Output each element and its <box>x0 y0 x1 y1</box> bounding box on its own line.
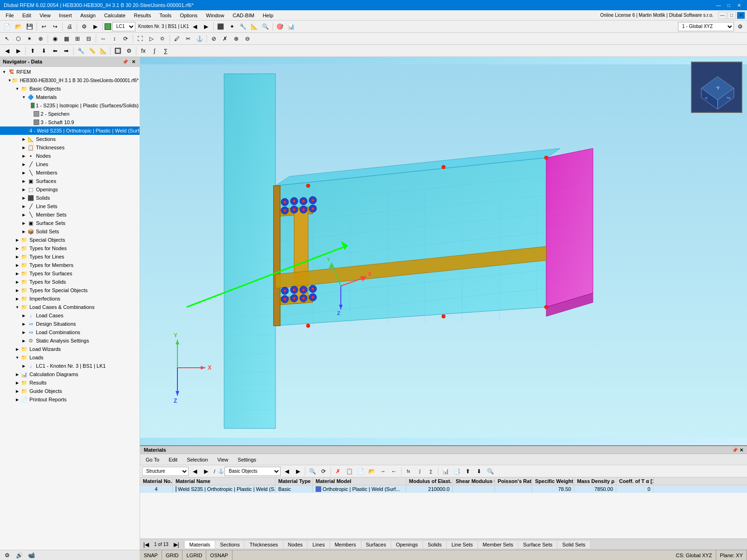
tree-thicknesses[interactable]: ▶ 📋 Thicknesses <box>0 143 140 152</box>
panel-import[interactable]: ⬆ <box>463 466 473 476</box>
status-lgrid[interactable]: LGRID <box>183 550 206 560</box>
open-btn[interactable]: 📂 <box>13 21 23 32</box>
redo-btn[interactable]: ↪ <box>50 21 60 32</box>
nav-close-btn[interactable]: ✕ <box>130 58 137 65</box>
tree-membersets[interactable]: ▶ ╲ Member Sets <box>0 210 140 219</box>
tree-material-2[interactable]: 2 - Speichen <box>0 110 140 118</box>
tb2-btn-12[interactable]: ⛶ <box>135 34 145 44</box>
panel-integral[interactable]: ∫ <box>415 466 425 476</box>
tree-linesets[interactable]: ▶ ╱ Line Sets <box>0 202 140 210</box>
tree-solids[interactable]: ▶ ⬛ Solids <box>0 194 140 202</box>
tb2-btn-13[interactable]: ▷ <box>146 34 156 44</box>
menu-calculate[interactable]: Calculate <box>100 11 129 20</box>
panel-nav-next[interactable]: ▶ <box>201 466 211 476</box>
tb2-btn-17[interactable]: ⚓ <box>194 34 204 44</box>
tree-materials[interactable]: ▼ 🔷 Materials <box>0 93 140 101</box>
tab-sections[interactable]: Sections <box>215 541 245 548</box>
tab-lines[interactable]: Lines <box>308 541 330 548</box>
status-snap[interactable]: SNAP <box>140 550 162 560</box>
panel-search[interactable]: 🔍 <box>307 466 317 476</box>
tree-loadcases-comb[interactable]: ▼ 📁 Load Cases & Combinations <box>0 303 140 311</box>
tb3-btn-2[interactable]: ▶ <box>13 46 23 56</box>
nav-pin-btn[interactable]: 📌 <box>122 58 128 65</box>
tree-types-special[interactable]: ▶ 📁 Types for Special Objects <box>0 286 140 294</box>
tb3-btn-14[interactable]: ∑ <box>161 46 171 56</box>
panel-breadcrumb2[interactable]: Basic Objects <box>225 467 281 476</box>
view-options-btn[interactable]: ⚙ <box>735 21 745 32</box>
nav-next[interactable]: ▶ <box>201 21 211 32</box>
tab-thicknesses[interactable]: Thicknesses <box>245 541 283 548</box>
tree-members[interactable]: ▶ ╲ Members <box>0 168 140 177</box>
tree-nodes[interactable]: ▶ • Nodes <box>0 152 140 160</box>
tb2-btn-21[interactable]: ⊖ <box>242 34 253 44</box>
tree-types-members[interactable]: ▶ 📁 Types for Members <box>0 261 140 269</box>
panel-paste[interactable]: 📂 <box>366 466 377 476</box>
tree-calc-diagrams[interactable]: ▶ 📊 Calculation Diagrams <box>0 370 140 378</box>
tabs-first-btn[interactable]: |◀ <box>141 539 151 550</box>
tree-sections[interactable]: ▶ 📐 Sections <box>0 135 140 143</box>
calc-btn[interactable]: ⚙ <box>79 21 89 32</box>
panel-arrow-r[interactable]: → <box>378 466 388 476</box>
tree-solidsets[interactable]: ▶ 📦 Solid Sets <box>0 227 140 236</box>
tabs-last-btn[interactable]: ▶| <box>171 539 182 550</box>
view-select[interactable]: 1 - Global XYZ <box>678 22 734 31</box>
tb-btn-6[interactable]: 🎯 <box>275 21 285 32</box>
tb2-btn-10[interactable]: ↕ <box>109 34 120 44</box>
menu-cadbim[interactable]: CAD-BIM <box>229 11 258 20</box>
viewport-3d[interactable]: X Y Z X Y Z <box>140 57 747 445</box>
main-maximize-btn[interactable]: □ <box>727 12 736 19</box>
tree-material-1[interactable]: 1 - S235 | Isotropic | Plastic (Surfaces… <box>0 101 140 110</box>
status-grid[interactable]: GRID <box>162 550 183 560</box>
panel-copy2[interactable]: 📄 <box>355 466 366 476</box>
tb3-btn-6[interactable]: ➡ <box>61 46 71 56</box>
tree-loads[interactable]: ▼ 📁 Loads <box>0 353 140 362</box>
menu-edit[interactable]: Edit <box>19 11 35 20</box>
tb-btn-1[interactable]: ⬛ <box>216 21 226 32</box>
tb2-btn-3[interactable]: ✶ <box>24 34 35 44</box>
table-row[interactable]: 4 Weld S235 | Orthotropic | Plastic | We… <box>140 485 747 493</box>
bottom-panel-close[interactable]: ✕ <box>740 448 743 453</box>
panel-copy[interactable]: 📋 <box>344 466 354 476</box>
tab-linesets[interactable]: Line Sets <box>447 541 478 548</box>
menu-help[interactable]: Help <box>259 11 277 20</box>
tree-types-solids[interactable]: ▶ 📁 Types for Solids <box>0 278 140 286</box>
tree-surfacesets[interactable]: ▶ ▣ Surface Sets <box>0 219 140 227</box>
tb2-btn-20[interactable]: ⊕ <box>231 34 241 44</box>
tree-types-nodes[interactable]: ▶ 📁 Types for Nodes <box>0 244 140 252</box>
menu-results[interactable]: Results <box>130 11 155 20</box>
menu-goto[interactable]: Go To <box>142 456 163 463</box>
tb2-btn-11[interactable]: ⟳ <box>120 34 131 44</box>
panel-breadcrumb1[interactable]: Structure <box>142 467 189 476</box>
tb2-btn-1[interactable]: ↖ <box>2 34 12 44</box>
tb2-btn-15[interactable]: 🖊 <box>172 34 182 44</box>
tree-guide-objects[interactable]: ▶ 📁 Guide Objects <box>0 387 140 395</box>
menu-view-panel[interactable]: View <box>213 456 232 463</box>
tab-solids[interactable]: Solids <box>423 541 447 548</box>
tb2-btn-8[interactable]: ⊟ <box>84 34 94 44</box>
tree-rfem-root[interactable]: ▼ 🏗 RFEM <box>0 68 140 76</box>
tb-btn-2[interactable]: ✦ <box>227 21 237 32</box>
menu-view[interactable]: View <box>36 11 55 20</box>
tb-btn-4[interactable]: 📐 <box>249 21 260 32</box>
maximize-btn[interactable]: □ <box>725 1 733 9</box>
nav-bottom-1[interactable]: ⚙ <box>2 550 12 560</box>
nav-bottom-3[interactable]: 📹 <box>26 550 36 560</box>
tb3-btn-1[interactable]: ◀ <box>2 46 12 56</box>
tab-solidsets[interactable]: Solid Sets <box>557 541 591 548</box>
panel-arrow-l[interactable]: ← <box>389 466 399 476</box>
tree-types-lines[interactable]: ▶ 📁 Types for Lines <box>0 252 140 261</box>
tb2-btn-7[interactable]: ⊞ <box>72 34 83 44</box>
cube-widget[interactable]: -y -x +x <box>691 62 742 113</box>
tb-btn-7[interactable]: 📊 <box>286 21 296 32</box>
tab-materials[interactable]: Materials <box>185 541 216 548</box>
tree-printout-reports[interactable]: ▶ 📄 Printout Reports <box>0 395 140 404</box>
tree-file[interactable]: ▼ 📁 HEB300-HEB300_IH 3.1 B 30 20-SteelJo… <box>0 76 140 84</box>
tb2-btn-14[interactable]: ⛭ <box>157 34 168 44</box>
main-minimize-btn[interactable]: — <box>718 12 726 19</box>
menu-options[interactable]: Options <box>176 11 201 20</box>
main-close-btn[interactable]: ✕ <box>737 12 745 19</box>
tab-surfaces[interactable]: Surfaces <box>361 541 391 548</box>
nav-bottom-2[interactable]: 🔊 <box>14 550 24 560</box>
tb3-btn-4[interactable]: ⬇ <box>39 46 49 56</box>
panel-nav-next2[interactable]: ▶ <box>293 466 303 476</box>
